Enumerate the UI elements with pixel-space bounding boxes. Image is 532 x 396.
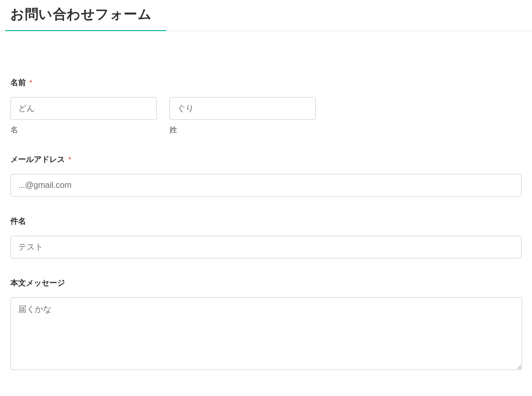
label-subject: 件名 xyxy=(10,216,522,226)
label-email: メールアドレス * xyxy=(10,155,522,165)
field-message: 本文メッセージ xyxy=(10,278,522,372)
label-name: 名前 * xyxy=(10,78,522,88)
first-name-input[interactable] xyxy=(10,97,157,120)
label-email-text: メールアドレス xyxy=(10,155,65,163)
label-message: 本文メッセージ xyxy=(10,278,522,288)
field-subject: 件名 xyxy=(10,216,522,258)
page-title: お問い合わせフォーム xyxy=(0,0,532,31)
required-star: * xyxy=(29,78,32,87)
field-name: 名前 * 名 姓 xyxy=(10,78,522,135)
label-name-text: 名前 xyxy=(10,78,26,87)
required-star: * xyxy=(68,155,71,163)
subject-input[interactable] xyxy=(10,236,522,258)
field-email: メールアドレス * xyxy=(10,155,522,197)
message-textarea[interactable] xyxy=(10,297,522,370)
last-name-input[interactable] xyxy=(169,97,316,120)
email-input[interactable] xyxy=(10,174,522,197)
last-name-sublabel: 姓 xyxy=(169,125,316,135)
first-name-sublabel: 名 xyxy=(10,125,157,135)
contact-form: 名前 * 名 姓 メールアドレス * 件名 本文メッセージ xyxy=(0,31,532,372)
